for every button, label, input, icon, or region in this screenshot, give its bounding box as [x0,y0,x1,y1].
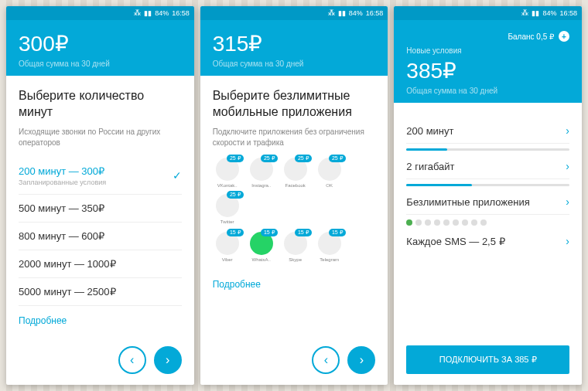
minutes-option[interactable]: 5000 минут — 2500₽ [19,278,182,306]
price-sub: Общая сумма на 30 дней [19,60,182,68]
app-grid: 25 ₽VKontak.. 25 ₽Instagra.. 25 ₽Faceboo… [213,158,376,224]
content: Выберите безлимитные мобильные приложени… [200,76,388,338]
statusbar: ⁂ ▮▮ 84% 16:58 [200,6,388,20]
bluetooth-icon: ⁂ [328,9,335,17]
chevron-right-icon: › [566,235,569,247]
chevron-right-icon: › [566,160,569,172]
signal-icon: ▮▮ [338,9,346,17]
back-button[interactable]: ‹ [312,346,340,374]
minutes-option[interactable]: 500 минут — 350₽ [19,195,182,223]
screen-summary: ⁂ ▮▮ 84% 16:58 Баланс 0,5 ₽ + Новые усло… [394,6,582,385]
app-item[interactable]: 25 ₽Twitter [213,194,242,224]
chevron-right-icon: › [566,124,569,137]
price-value: 385₽ [406,58,569,83]
app-item[interactable]: 25 ₽VKontak.. [213,158,242,188]
screen-minutes: ⁂ ▮▮ 84% 16:58 300₽ Общая сумма на 30 дн… [6,6,194,385]
next-button[interactable]: › [347,346,375,374]
connect-button[interactable]: ПОДКЛЮЧИТЬ ЗА 385 ₽ [406,345,569,374]
price-sub: Общая сумма на 30 дней [213,60,376,68]
time-text: 16:58 [172,9,190,17]
time-text: 16:58 [366,9,384,17]
summary-row[interactable]: Каждое SMS — 2,5 ₽› [406,226,569,253]
battery-text: 84% [542,9,556,17]
time-text: 16:58 [559,9,577,17]
section-desc: Подключите приложения без ограничения ск… [213,127,376,148]
next-button[interactable]: › [154,346,182,374]
chevron-left-icon: ‹ [324,353,328,367]
chevron-right-icon: › [166,353,169,367]
statusbar: ⁂ ▮▮ 84% 16:58 [394,6,582,20]
summary-row[interactable]: 200 минут› [406,115,569,151]
content: Выберите количество минут Исходящие звон… [6,76,194,338]
app-item[interactable]: 25 ₽OK [315,158,344,188]
header: 315₽ Общая сумма на 30 дней [200,20,388,76]
app-grid: 15 ₽Viber 15 ₽WhatsA.. 15 ₽Skype 15 ₽Tel… [213,232,376,262]
balance-label: Баланс 0,5 ₽ [508,32,555,41]
chevron-right-icon: › [360,353,364,367]
summary-row[interactable]: 2 гигабайт› [406,151,569,186]
section-title: Выберите количество минут [19,88,182,121]
footer-nav: ‹ › [6,338,194,385]
app-item[interactable]: 15 ₽WhatsA.. [247,232,276,262]
battery-text: 84% [349,9,363,17]
minutes-option[interactable]: 200 минут — 300₽ Запланированные условия… [19,158,182,195]
price-sub: Общая сумма на 30 дней [406,87,569,95]
app-item[interactable]: 15 ₽Telegram [315,232,344,262]
section-desc: Исходящие звонки по России на других опе… [19,127,182,148]
header: 300₽ Общая сумма на 30 дней [6,20,194,76]
price-value: 315₽ [213,31,376,56]
bluetooth-icon: ⁂ [521,9,528,17]
minutes-option[interactable]: 800 минут — 600₽ [19,223,182,250]
app-item[interactable]: 25 ₽Instagra.. [247,158,276,188]
back-button[interactable]: ‹ [118,346,146,374]
app-item[interactable]: 15 ₽Skype [281,232,310,262]
chevron-left-icon: ‹ [130,353,134,367]
app-item[interactable]: 25 ₽Facebook [281,158,310,188]
footer-nav: ‹ › [200,338,388,385]
price-value: 300₽ [19,31,182,56]
more-link[interactable]: Подробнее [19,306,182,335]
balance-row[interactable]: Баланс 0,5 ₽ + [406,31,569,42]
plus-icon[interactable]: + [559,31,569,42]
app-item[interactable]: 15 ₽Viber [213,232,242,262]
check-icon: ✓ [173,169,182,182]
battery-text: 84% [155,9,169,17]
bluetooth-icon: ⁂ [134,9,141,17]
chevron-right-icon: › [566,196,569,208]
signal-icon: ▮▮ [532,9,539,17]
new-conditions-label: Новые условия [406,46,569,55]
screen-apps: ⁂ ▮▮ 84% 16:58 315₽ Общая сумма на 30 дн… [200,6,388,385]
content: 200 минут› 2 гигабайт› Безлимитные прило… [394,103,582,345]
section-title: Выберите безлимитные мобильные приложени… [213,88,376,121]
minutes-option[interactable]: 2000 минут — 1000₽ [19,250,182,278]
more-link[interactable]: Подробнее [213,270,376,299]
signal-icon: ▮▮ [144,9,152,17]
summary-row[interactable]: Безлимитные приложения› [406,186,569,226]
header: Баланс 0,5 ₽ + Новые условия 385₽ Общая … [394,20,582,103]
statusbar: ⁂ ▮▮ 84% 16:58 [6,6,194,20]
